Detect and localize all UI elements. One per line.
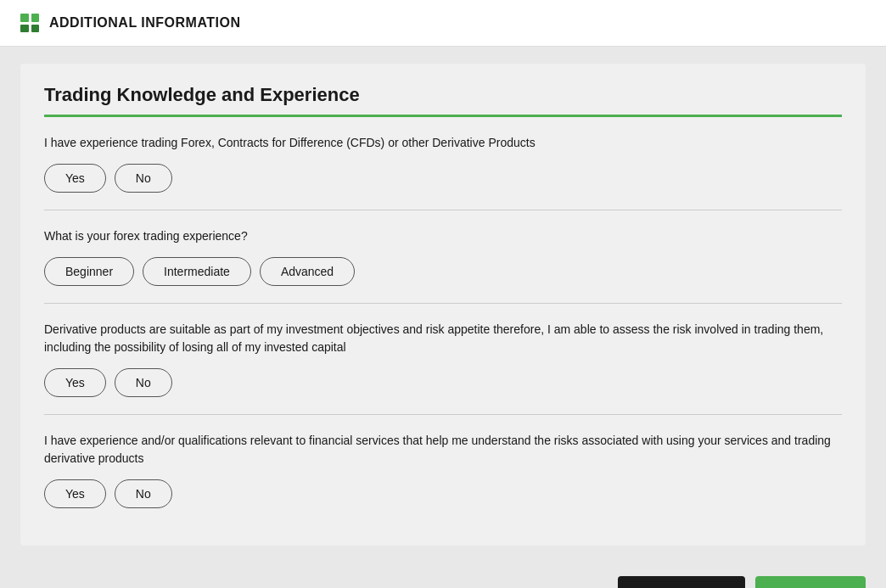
question-qualifications: I have experience and/or qualifications … bbox=[44, 432, 842, 468]
form-card: Trading Knowledge and Experience I have … bbox=[20, 64, 866, 546]
btn-yes-risk[interactable]: Yes bbox=[44, 368, 106, 397]
section-qualifications: I have experience and/or qualifications … bbox=[44, 415, 842, 525]
question-forex-level: What is your forex trading experience? bbox=[44, 227, 842, 245]
btn-no-qualifications[interactable]: No bbox=[115, 479, 172, 508]
button-group-risk-assessment: Yes No bbox=[44, 368, 842, 397]
button-group-forex-experience: Yes No bbox=[44, 164, 842, 193]
page-header: ADDITIONAL INFORMATION bbox=[0, 0, 886, 47]
btn-intermediate[interactable]: Intermediate bbox=[143, 257, 251, 286]
section-forex-experience: I have experience trading Forex, Contrac… bbox=[44, 117, 842, 210]
page-title: ADDITIONAL INFORMATION bbox=[49, 15, 241, 31]
footer: ← Previous SUBMIT bbox=[0, 563, 886, 588]
section-risk-assessment: Derivative products are suitable as part… bbox=[44, 304, 842, 415]
submit-button[interactable]: SUBMIT bbox=[755, 576, 866, 588]
button-group-qualifications: Yes No bbox=[44, 479, 842, 508]
btn-yes-forex-experience[interactable]: Yes bbox=[44, 164, 106, 193]
header-icon bbox=[20, 14, 39, 32]
btn-beginner[interactable]: Beginner bbox=[44, 257, 134, 286]
button-group-forex-level: Beginner Intermediate Advanced bbox=[44, 257, 842, 286]
previous-button[interactable]: ← Previous bbox=[618, 576, 745, 588]
btn-yes-qualifications[interactable]: Yes bbox=[44, 479, 106, 508]
question-risk-assessment: Derivative products are suitable as part… bbox=[44, 321, 842, 356]
btn-no-risk[interactable]: No bbox=[115, 368, 172, 397]
section-forex-level: What is your forex trading experience? B… bbox=[44, 210, 842, 304]
card-title: Trading Knowledge and Experience bbox=[44, 84, 842, 106]
question-forex-experience: I have experience trading Forex, Contrac… bbox=[44, 134, 842, 152]
btn-advanced[interactable]: Advanced bbox=[260, 257, 355, 286]
btn-no-forex-experience[interactable]: No bbox=[115, 164, 172, 193]
main-content: Trading Knowledge and Experience I have … bbox=[0, 47, 886, 563]
